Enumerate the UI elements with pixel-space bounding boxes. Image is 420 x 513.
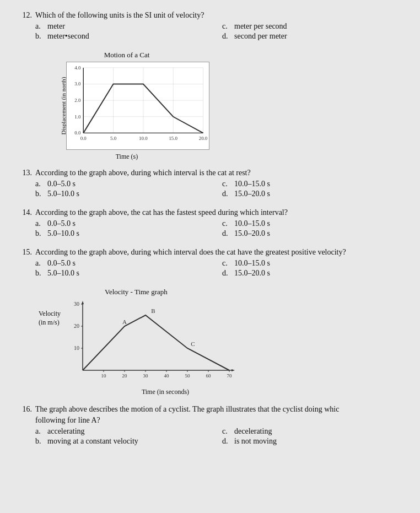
svg-text:50: 50 [185,373,191,379]
q14-option-d: d. 15.0–20.0 s [222,229,403,238]
chart1-y-label: Displacement (in north) [60,77,67,134]
vt-x-label: Time (in seconds) [83,388,248,396]
q16-number: 16. [17,405,32,414]
vt-title: Velocity - Time graph [105,288,248,296]
svg-text:0.0: 0.0 [74,130,81,136]
chart1-x-label: Time (s) [50,153,204,161]
vt-chart-area: Velocity - Time graph 10 20 30 [72,288,248,387]
q14-options: a. 0.0–5.0 s c. 10.0–15.0 s b. 5.0–10.0 … [35,219,403,238]
question-12: 12. Which of the following units is the … [17,11,403,41]
q14-text: According to the graph above, the cat ha… [35,208,403,217]
q16-options: a. accelerating c. decelerating b. movin… [35,427,403,446]
svg-text:10: 10 [74,345,79,351]
q14-option-c: c. 10.0–15.0 s [222,219,403,228]
q16-option-d: d. is not moving [222,437,403,446]
svg-text:20.0: 20.0 [199,136,208,141]
svg-text:5.0: 5.0 [110,136,117,141]
svg-text:C: C [191,341,195,347]
svg-text:30: 30 [74,301,79,307]
q16-option-b: b. moving at a constant velocity [35,437,217,446]
q12-text: Which of the following units is the SI u… [35,11,403,20]
q14-number: 14. [17,208,32,217]
cat-motion-chart: Motion of a Cat Displacement (in north) [50,51,204,161]
svg-marker-24 [231,369,235,371]
q13-option-d: d. 15.0–20.0 s [222,190,403,198]
svg-text:2.0: 2.0 [74,98,81,103]
svg-text:10.0: 10.0 [139,136,148,141]
svg-text:10: 10 [101,373,107,379]
chart1-svg: 4.0 3.0 2.0 1.0 0.0 0.0 5.0 10.0 15.0 20… [67,62,209,149]
vt-svg: 10 20 30 10 20 30 40 50 60 70 [72,299,237,387]
question-14: 14. According to the graph above, the ca… [17,208,403,238]
svg-text:4.0: 4.0 [74,65,81,71]
q14-option-b: b. 5.0–10.0 s [35,229,217,238]
svg-text:70: 70 [227,373,233,379]
q13-options: a. 0.0–5.0 s c. 10.0–15.0 s b. 5.0–10.0 … [35,180,403,198]
q15-option-c: c. 10.0–15.0 s [222,259,403,268]
q15-option-b: b. 5.0–10.0 s [35,269,217,278]
svg-text:A: A [122,318,127,325]
svg-text:0.0: 0.0 [80,136,87,141]
chart1-title: Motion of a Cat [50,51,204,60]
q13-option-c: c. 10.0–15.0 s [222,180,403,188]
svg-text:20: 20 [122,373,128,379]
question-16: 16. The graph above describes the motion… [17,405,403,446]
q15-options: a. 0.0–5.0 s c. 10.0–15.0 s b. 5.0–10.0 … [35,259,403,278]
q16-text2: following for line A? [35,416,403,425]
svg-text:1.0: 1.0 [74,114,81,120]
question-13: 13. According to the graph above, during… [17,169,403,198]
svg-marker-25 [82,301,84,304]
q15-text: According to the graph above, during whi… [35,248,403,257]
velocity-time-chart: Velocity (in m/s) Velocity - Time graph … [39,288,248,396]
chart1-area: 4.0 3.0 2.0 1.0 0.0 0.0 5.0 10.0 15.0 20… [66,62,209,150]
svg-text:40: 40 [164,373,170,379]
q15-option-a: a. 0.0–5.0 s [35,259,217,268]
q16-option-c: c. decelerating [222,427,403,436]
q14-option-a: a. 0.0–5.0 s [35,219,217,228]
q15-option-d: d. 15.0–20.0 s [222,269,403,278]
q13-number: 13. [17,169,32,177]
svg-text:20: 20 [74,323,79,329]
question-15: 15. According to the graph above, during… [17,248,403,278]
q13-option-a: a. 0.0–5.0 s [35,180,217,188]
svg-text:15.0: 15.0 [169,136,177,141]
q12-options: a. meter c. meter per second b. meter•se… [35,22,403,41]
q12-option-c: c. meter per second [222,22,403,31]
q13-option-b: b. 5.0–10.0 s [35,190,217,198]
svg-text:B: B [151,307,155,314]
q15-number: 15. [17,248,32,257]
q12-number: 12. [17,11,32,20]
svg-text:30: 30 [143,373,149,379]
svg-text:60: 60 [206,373,212,379]
q12-option-d: d. second per meter [222,32,403,41]
q16-text: The graph above describes the motion of … [35,405,403,414]
q16-option-a: a. accelerating [35,427,217,436]
q12-option-b: b. meter•second [35,32,217,41]
q13-text: According to the graph above, during whi… [35,169,403,177]
svg-text:3.0: 3.0 [74,81,81,87]
q12-option-a: a. meter [35,22,217,31]
vt-y-label: Velocity (in m/s) [39,310,61,327]
